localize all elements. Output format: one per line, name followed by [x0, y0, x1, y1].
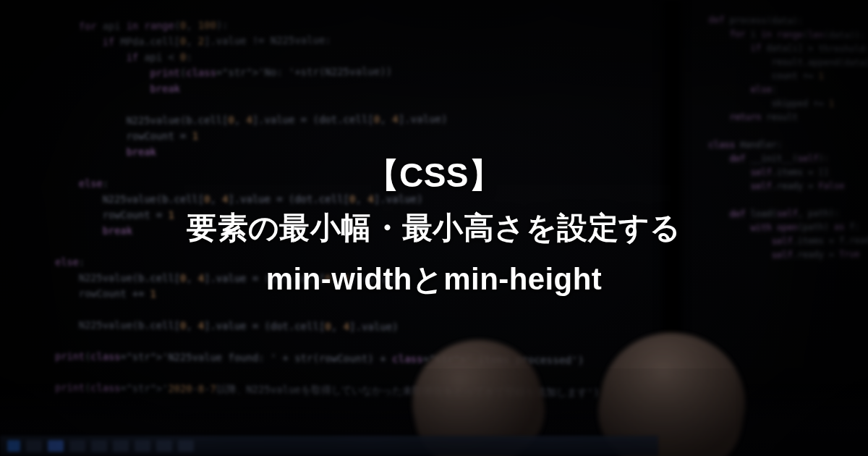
- title-line-2: 要素の最小幅・最小高さを設定する: [187, 205, 681, 250]
- title-overlay: 【CSS】 要素の最小幅・最小高さを設定する min-widthとmin-hei…: [0, 0, 868, 456]
- title-line-3: min-widthとmin-height: [266, 256, 602, 302]
- title-line-1: 【CSS】: [366, 154, 503, 198]
